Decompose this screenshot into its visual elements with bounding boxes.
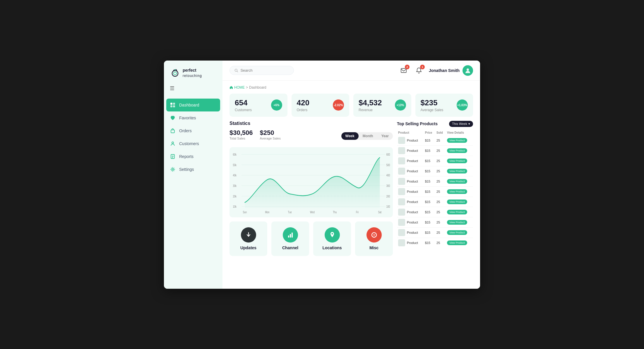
bell-button[interactable]: 1: [414, 65, 424, 76]
bottom-card-channel[interactable]: Channel: [271, 221, 309, 256]
bottom-card-updates[interactable]: Updates: [229, 221, 267, 256]
avg-sales-badge: +1.03%: [457, 99, 468, 111]
logo: perfect retouching: [164, 61, 222, 84]
tab-week[interactable]: Week: [341, 132, 359, 140]
statistics-title: Statistics: [229, 121, 250, 126]
svg-rect-9: [171, 154, 174, 159]
sidebar-item-customers[interactable]: Customers: [164, 137, 222, 150]
view-product-button[interactable]: View Product: [447, 159, 467, 163]
body-row: Statistics $30,506 Total Sales $250: [229, 121, 473, 284]
product-price: $15: [424, 227, 435, 238]
sidebar-item-settings[interactable]: Settings: [164, 163, 222, 176]
search-bar[interactable]: [229, 66, 294, 75]
product-cell: Product: [397, 238, 424, 248]
hamburger-menu[interactable]: ☰: [164, 84, 222, 96]
col-price: Price: [424, 130, 435, 135]
product-name: Product: [407, 241, 418, 245]
product-price: $15: [424, 197, 435, 207]
view-product-button[interactable]: View Product: [447, 220, 467, 225]
avg-sales-stat-value: $250: [260, 129, 281, 137]
bottom-card-locations[interactable]: Locations: [313, 221, 351, 256]
table-row: Product $15 25 View Product: [397, 217, 473, 227]
home-icon: [229, 86, 233, 89]
table-row: Product $15 25 View Product: [397, 186, 473, 197]
product-view: View Product: [446, 217, 473, 227]
product-price: $15: [424, 156, 435, 166]
product-name: Product: [407, 200, 418, 204]
bag-icon: [170, 128, 176, 134]
svg-point-2: [174, 69, 176, 71]
product-sold: 25: [435, 145, 446, 156]
this-week-button[interactable]: This Week ▾: [449, 121, 473, 127]
search-input[interactable]: [240, 68, 289, 73]
tab-month[interactable]: Month: [359, 132, 377, 140]
svg-rect-7: [171, 130, 174, 133]
table-row: Product $15 25 View Product: [397, 207, 473, 217]
user-info[interactable]: Jonathan Smith: [429, 65, 473, 76]
orders-label: Orders: [297, 108, 309, 112]
customers-value: 654: [235, 98, 252, 107]
product-name: Product: [407, 231, 418, 234]
sidebar-item-favorites[interactable]: Favorites: [164, 111, 222, 124]
product-thumb: [398, 229, 405, 236]
left-panel: Statistics $30,506 Total Sales $250: [229, 121, 393, 284]
svg-rect-45: [292, 233, 293, 238]
sidebar-item-reports[interactable]: Reports: [164, 150, 222, 163]
view-product-button[interactable]: View Product: [447, 189, 467, 194]
avg-sales-label: Average Sales: [421, 108, 443, 112]
product-sold: 25: [435, 176, 446, 186]
sidebar-item-label-settings: Settings: [179, 167, 194, 172]
view-product-button[interactable]: View Product: [447, 240, 467, 245]
orders-value: 420: [297, 98, 309, 107]
view-product-button[interactable]: View Product: [447, 148, 467, 153]
svg-point-8: [172, 142, 174, 144]
table-row: Product $15 25 View Product: [397, 238, 473, 248]
tab-year[interactable]: Year: [377, 132, 393, 140]
product-sold: 25: [435, 217, 446, 227]
svg-point-46: [331, 233, 333, 234]
bottom-card-misc[interactable]: Misc: [355, 221, 393, 256]
bottom-cards: Updates Channel Locations: [229, 221, 393, 256]
view-product-button[interactable]: View Product: [447, 210, 467, 214]
svg-text:Thu: Thu: [333, 210, 337, 214]
view-product-button[interactable]: View Product: [447, 200, 467, 204]
product-view: View Product: [446, 227, 473, 238]
svg-rect-3: [170, 103, 172, 105]
orders-badge: -2.02%: [333, 99, 344, 111]
mail-button[interactable]: 2: [398, 65, 409, 76]
view-product-button[interactable]: View Product: [447, 138, 467, 143]
product-cell: Product: [397, 166, 424, 176]
svg-text:50k: 50k: [233, 163, 237, 167]
product-view: View Product: [446, 166, 473, 176]
gear-icon: [170, 166, 176, 172]
table-row: Product $15 25 View Product: [397, 176, 473, 186]
user-name: Jonathan Smith: [429, 68, 460, 73]
svg-rect-5: [170, 105, 172, 107]
product-thumb: [398, 178, 405, 185]
product-thumb: [398, 168, 405, 175]
heart-icon: [170, 115, 176, 121]
dashboard-icon: [170, 102, 176, 108]
table-row: Product $15 25 View Product: [397, 145, 473, 156]
product-cell: Product: [397, 197, 424, 207]
product-name: Product: [407, 149, 418, 152]
svg-text:300: 300: [386, 184, 390, 188]
product-view: View Product: [446, 176, 473, 186]
product-view: View Product: [446, 238, 473, 248]
product-sold: 25: [435, 186, 446, 197]
sidebar-item-orders[interactable]: Orders: [164, 124, 222, 137]
product-view: View Product: [446, 197, 473, 207]
avg-sales-value: $235: [421, 98, 443, 107]
product-price: $15: [424, 145, 435, 156]
sidebar-item-dashboard[interactable]: Dashboard: [166, 99, 220, 111]
product-sold: 25: [435, 227, 446, 238]
product-view: View Product: [446, 135, 473, 146]
revenue-value: $4,532: [359, 98, 382, 107]
sidebar: perfect retouching ☰ Dashboard Favorites: [164, 61, 222, 289]
bell-badge: 1: [420, 65, 425, 69]
view-product-button[interactable]: View Product: [447, 230, 467, 235]
product-price: $15: [424, 217, 435, 227]
product-name: Product: [407, 221, 418, 224]
view-product-button[interactable]: View Product: [447, 179, 467, 184]
view-product-button[interactable]: View Product: [447, 169, 467, 173]
